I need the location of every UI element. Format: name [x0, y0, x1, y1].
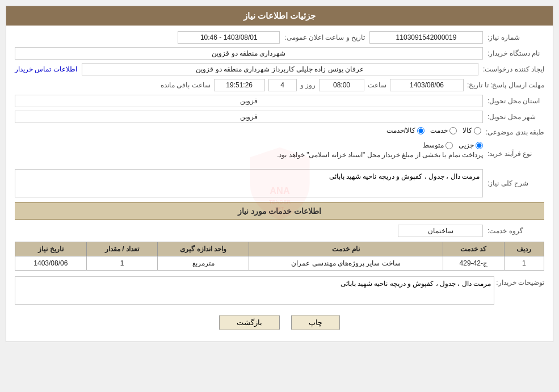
deadline-date: 1403/08/06 — [390, 79, 464, 91]
category-kala: کالا — [463, 127, 481, 134]
deadline-days-label: روز و — [300, 81, 316, 89]
buyer-desc-label: توضیحات خریدار: — [499, 276, 544, 286]
table-cell-name: ساخت سایر پروژه‌های مهندسی عمران — [249, 256, 443, 271]
creator-value: عرفان یونس زاده جلیلی کاربرداز شهرداری م… — [82, 63, 478, 75]
purchase-motavasset: متوسط — [423, 141, 453, 149]
col-name: نام خدمت — [249, 242, 443, 256]
city-value: قزوین — [15, 111, 483, 123]
deadline-days: 4 — [268, 79, 297, 91]
page-header: جزئیات اطلاعات نیاز — [6, 6, 553, 26]
services-header: اطلاعات خدمات مورد نیاز — [15, 202, 544, 220]
category-kala-khedmat: کالا/خدمت — [386, 127, 424, 134]
deadline-time: 08:00 — [319, 79, 364, 91]
table-cell-quantity: 1 — [86, 256, 158, 271]
need-number-label: شماره نیاز: — [487, 33, 544, 41]
province-value: قزوین — [15, 95, 483, 107]
deadline-label: مهلت ارسال پاسخ: تا تاریخ: — [467, 81, 544, 89]
contact-link[interactable]: اطلاعات تماس خریدار — [15, 65, 77, 73]
table-cell-unit: مترمربع — [158, 256, 249, 271]
need-desc-label: شرح کلی نیاز: — [487, 179, 544, 187]
buyer-name-value: شهرداری منطقه دو قزوین — [15, 47, 483, 60]
deadline-remaining: 19:51:26 — [214, 79, 265, 91]
table-cell-code: ج-42-429 — [443, 256, 504, 271]
category-label: طبقه بندی موضوعی: — [486, 128, 544, 136]
service-group-label: گروه خدمت: — [487, 227, 544, 235]
purchase-jozi: جزیی — [459, 141, 483, 149]
col-row: ردیف — [504, 242, 544, 256]
services-table: ردیف کد خدمت نام خدمت واحد اندازه گیری ت… — [15, 242, 544, 271]
col-quantity: تعداد / مقدار — [86, 242, 158, 256]
province-label: استان محل تحویل: — [487, 97, 544, 105]
need-number-value: 1103091542000019 — [369, 31, 483, 44]
announce-date-value: 1403/08/01 - 10:46 — [178, 31, 280, 44]
city-label: شهر محل تحویل: — [487, 113, 544, 121]
deadline-time-label: ساعت — [368, 81, 386, 89]
category-khedmat: خدمت — [430, 127, 457, 134]
purchase-note: پرداخت تمام یا بخشی از مبلغ خریداز محل "… — [277, 151, 483, 159]
announce-date-label: تاریخ و ساعت اعلان عمومی: — [284, 33, 365, 41]
col-unit: واحد اندازه گیری — [158, 242, 249, 256]
col-code: کد خدمت — [443, 242, 504, 256]
service-group-value: ساختمان — [398, 225, 483, 237]
need-desc-textarea[interactable] — [15, 169, 483, 197]
table-cell-date: 1403/08/06 — [15, 256, 87, 271]
deadline-remaining-label: ساعت باقی مانده — [161, 81, 211, 89]
creator-label: ایجاد کننده درخواست: — [483, 65, 544, 73]
col-date: تاریخ نیاز — [15, 242, 87, 256]
print-button[interactable]: چاپ — [291, 315, 340, 330]
table-cell-row: 1 — [504, 256, 544, 271]
buyer-desc-textarea[interactable] — [15, 276, 494, 305]
buyer-name-label: نام دستگاه خریدار: — [487, 49, 544, 57]
purchase-type-label: نوع فرآیند خرید: — [487, 150, 544, 158]
back-button[interactable]: بازگشت — [219, 315, 280, 330]
